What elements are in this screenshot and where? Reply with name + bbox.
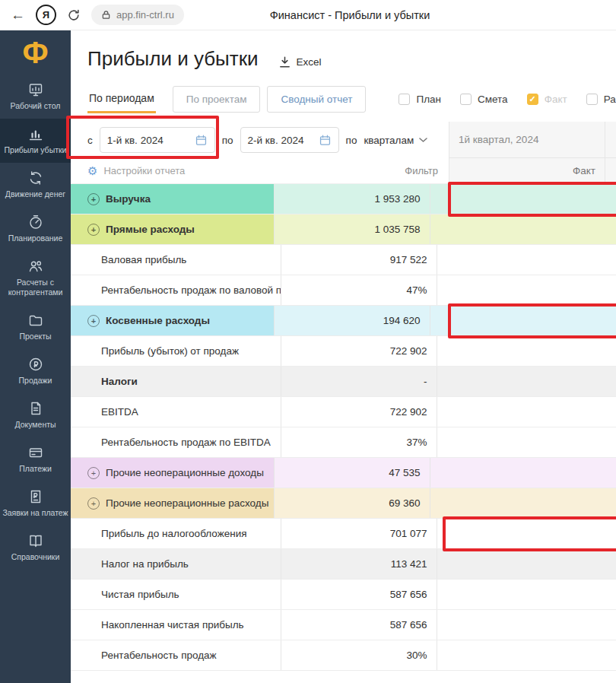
cell-value: 37% [281, 427, 437, 457]
cell-value: 722 902 [281, 397, 437, 427]
filter-link[interactable]: Фильтр [405, 165, 438, 176]
payment-request-icon [27, 488, 44, 505]
sidebar-item-planning[interactable]: Планирование [0, 207, 71, 251]
export-excel-button[interactable]: Excel [278, 56, 322, 68]
cell-value: 30% [281, 640, 437, 670]
table-row-pretax-profit: Прибыль до налогообложения 701 077 [71, 519, 616, 549]
checkbox-distribution[interactable]: Распред [586, 94, 616, 105]
checkbox-distribution-box[interactable] [586, 94, 598, 105]
report-settings-link[interactable]: Настройки отчета [103, 165, 185, 176]
period-grouping-select[interactable]: кварталам [364, 135, 427, 146]
cell-value: 722 902 [281, 336, 437, 366]
table-row-sales-margin: Рентабельность продаж 30% [71, 640, 616, 671]
sidebar-item-dashboard[interactable]: Рабочий стол [0, 75, 71, 119]
table-row-accumulated-net-profit: Накопленная чистая прибыль 587 656 [71, 610, 616, 640]
main-content: Прибыли и убытки Excel По периодам По пр… [71, 30, 616, 683]
cell-value: 587 656 [281, 610, 437, 640]
cell-value: 701 077 [281, 519, 437, 548]
cell-value: 113 421 [281, 549, 437, 579]
url-text: app.fin-ctrl.ru [116, 9, 174, 21]
cell-value: 1 953 280 [274, 184, 430, 214]
browser-page-title: Финансист - Прибыли и убытки [270, 9, 430, 21]
address-bar[interactable]: app.fin-ctrl.ru [91, 5, 184, 25]
cell-value: 1 035 758 [274, 214, 430, 244]
sidebar-item-documents[interactable]: Документы [0, 393, 71, 437]
expand-icon[interactable] [87, 497, 100, 510]
tab-summary-report[interactable]: Сводный отчет [267, 86, 366, 113]
sidebar-item-projects[interactable]: Проекты [0, 305, 71, 349]
tab-by-projects[interactable]: По проектам [173, 86, 261, 113]
cell-value: 194 620 [274, 306, 430, 335]
dataset-checkboxes: План Смета Факт Распред [398, 94, 616, 105]
expand-icon[interactable] [87, 467, 100, 479]
cell-value: - [281, 367, 437, 396]
from-period-picker[interactable]: 1-й кв. 2024 [100, 127, 215, 153]
table-row-taxes: Налоги - [71, 367, 616, 397]
table-row-revenue: Выручка 1 953 280 [71, 184, 616, 214]
expand-icon[interactable] [87, 224, 100, 236]
table-row-direct-costs: Прямые расходы 1 035 758 [71, 214, 616, 245]
projects-icon [27, 312, 44, 329]
cell-value: 69 360 [274, 488, 430, 518]
expand-icon[interactable] [87, 315, 100, 327]
sidebar-item-cash-flow[interactable]: Движение денег [0, 163, 71, 207]
to-label: по [222, 135, 233, 146]
calendar-icon [195, 134, 208, 147]
sidebar-item-contractors[interactable]: Расчеты с контрагентами [0, 251, 71, 305]
to-period-picker[interactable]: 2-й кв. 2024 [240, 127, 339, 153]
planning-icon [27, 214, 44, 230]
checkbox-fact-box[interactable] [527, 94, 538, 105]
checkbox-fact[interactable]: Факт [527, 94, 567, 105]
period-column-header: 1й квартал, 2024 [449, 122, 616, 158]
page-header: Прибыли и убытки Excel [71, 30, 616, 71]
app-logo[interactable]: Ф [0, 30, 71, 75]
lock-icon [101, 10, 111, 20]
sidebar-item-sales[interactable]: Продажи [0, 349, 71, 393]
money-flow-icon [27, 170, 44, 186]
fact-column-header: Факт [449, 158, 616, 184]
sales-icon [27, 356, 44, 373]
calendar-icon [319, 134, 332, 147]
chevron-down-icon [419, 138, 427, 143]
sidebar-item-payment-requests[interactable]: Заявки на платеж [0, 481, 71, 526]
checkbox-estimate-box[interactable] [460, 94, 472, 105]
cell-value: 917 522 [281, 245, 437, 275]
table-row-other-income: Прочие неоперационные доходы 47 535 [71, 458, 616, 488]
cell-value: 587 656 [281, 580, 437, 609]
cell-value: 47% [281, 275, 437, 305]
table-row-net-profit: Чистая прибыль 587 656 [71, 580, 616, 610]
documents-icon [27, 400, 44, 417]
sidebar-item-payments[interactable]: Платежи [0, 437, 71, 481]
checkbox-plan[interactable]: План [398, 94, 441, 105]
checkbox-plan-box[interactable] [398, 94, 410, 105]
yandex-browser-icon[interactable]: Я [36, 5, 56, 25]
desktop-icon [27, 81, 44, 98]
refresh-icon[interactable] [67, 8, 81, 22]
sidebar-item-directories[interactable]: Справочники [0, 526, 71, 570]
table-row-income-tax: Налог на прибыль 113 421 [71, 549, 616, 580]
table-row-other-expenses: Прочие неоперационные расходы 69 360 [71, 488, 616, 519]
sidebar: Ф Рабочий стол Прибыли убытки Движение д… [0, 30, 71, 683]
expand-icon[interactable] [87, 193, 100, 205]
report-settings-row: ⚙ Настройки отчета Фильтр Факт [71, 158, 616, 184]
back-icon[interactable]: ← [11, 7, 25, 24]
cell-value: 47 535 [274, 458, 430, 488]
page-title: Прибыли и убытки [87, 46, 259, 71]
pnl-table: Выручка 1 953 280 Прямые расходы 1 035 7… [71, 184, 616, 671]
download-icon [278, 56, 291, 68]
table-row-gross-margin: Рентабельность продаж по валовой прибыли… [71, 275, 616, 306]
table-row-operating-profit: Прибыль (убыток) от продаж 722 902 [71, 336, 616, 367]
table-row-gross-profit: Валовая прибыль 917 522 [71, 245, 616, 275]
directories-icon [27, 532, 44, 549]
table-row-ebitda-margin: Рентабельность продаж по EBITDA 37% [71, 427, 616, 458]
report-tabs: По периодам По проектам Сводный отчет Пл… [87, 84, 616, 114]
chart-icon [27, 125, 44, 142]
tab-by-periods[interactable]: По периодам [87, 84, 156, 113]
sidebar-item-profit-loss[interactable]: Прибыли убытки [0, 119, 71, 163]
checkbox-estimate[interactable]: Смета [460, 94, 508, 105]
payments-icon [27, 444, 44, 461]
browser-toolbar: ← Я app.fin-ctrl.ru Финансист - Прибыли … [0, 0, 616, 30]
table-row-ebitda: EBITDA 722 902 [71, 397, 616, 427]
period-filter-row: с 1-й кв. 2024 по 2-й кв. 2024 по кварта… [71, 122, 616, 158]
gear-icon: ⚙ [87, 165, 97, 176]
